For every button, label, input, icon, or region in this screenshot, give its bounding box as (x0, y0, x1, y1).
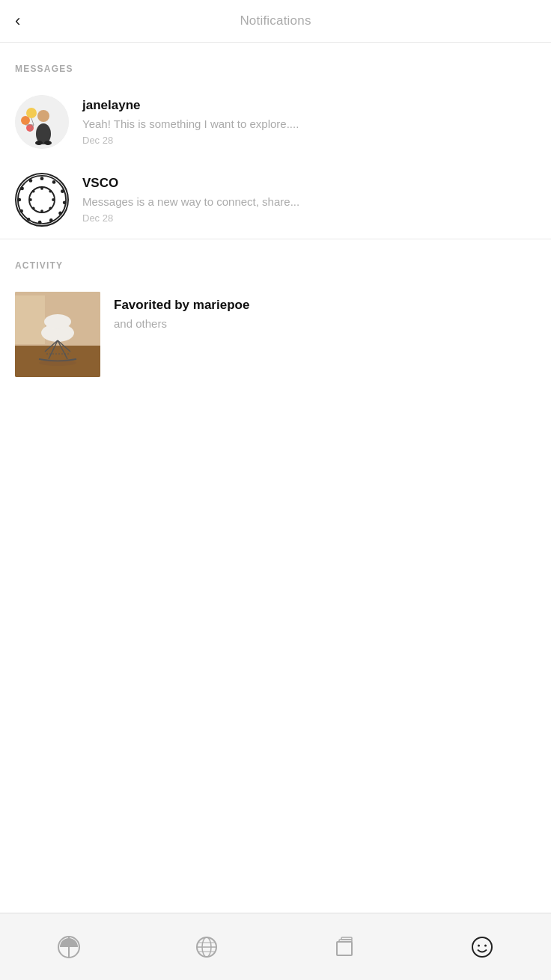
activity-thumbnail (15, 292, 100, 377)
svg-point-25 (40, 187, 43, 190)
message-name-janelayne: janelayne (82, 98, 536, 113)
nav-item-profile[interactable] (460, 925, 505, 970)
message-content-janelayne: janelayne Yeah! This is something I want… (82, 95, 536, 146)
svg-point-32 (32, 190, 35, 193)
svg-point-15 (63, 200, 67, 204)
svg-point-29 (40, 209, 43, 212)
nav-item-filter[interactable] (46, 925, 91, 970)
svg-point-31 (29, 198, 32, 201)
svg-point-17 (49, 218, 53, 222)
nav-item-discover[interactable] (184, 925, 229, 970)
svg-point-16 (58, 212, 62, 215)
avatar-janelayne (15, 95, 69, 149)
vsco-avatar-image (16, 173, 67, 227)
message-content-vsco: VSCO Messages is a new way to connect, s… (82, 173, 536, 224)
svg-point-22 (20, 187, 24, 191)
filter-icon (57, 935, 81, 959)
nav-item-collections[interactable] (322, 925, 367, 970)
svg-point-9 (35, 141, 43, 145)
activity-content: Favorited by mariepoe and others (114, 292, 536, 330)
svg-point-12 (40, 177, 44, 180)
main-content: MESSAGES janelayne (0, 43, 551, 980)
svg-point-5 (26, 124, 34, 132)
svg-point-56 (478, 944, 480, 946)
svg-rect-52 (337, 942, 352, 955)
svg-point-2 (37, 110, 49, 122)
janelayne-avatar-image (15, 95, 69, 149)
svg-point-18 (38, 221, 42, 224)
svg-point-20 (19, 209, 23, 213)
header: ‹ Notifications (0, 0, 551, 43)
svg-point-19 (27, 218, 31, 221)
message-preview-janelayne: Yeah! This is something I want to explor… (82, 116, 536, 132)
activity-title: Favorited by mariepoe (114, 298, 536, 313)
page-title: Notifications (240, 13, 311, 28)
svg-point-11 (18, 176, 66, 224)
svg-point-57 (484, 944, 487, 946)
discover-icon (195, 935, 219, 959)
svg-point-27 (52, 198, 55, 201)
svg-point-4 (21, 116, 30, 125)
svg-point-55 (472, 937, 492, 957)
svg-rect-54 (341, 937, 352, 940)
svg-point-21 (17, 198, 21, 202)
message-date-vsco: Dec 28 (82, 212, 536, 224)
svg-rect-36 (15, 295, 45, 344)
svg-point-38 (44, 314, 71, 329)
activity-subtitle: and others (114, 317, 536, 330)
activity-item-1[interactable]: Favorited by mariepoe and others (0, 280, 551, 389)
svg-point-23 (29, 179, 33, 183)
back-button[interactable]: ‹ (15, 13, 20, 29)
svg-point-10 (44, 141, 52, 145)
bottom-navigation (0, 913, 551, 980)
svg-point-14 (61, 189, 64, 193)
activity-section-header: ACTIVITY (0, 239, 551, 280)
profile-icon (470, 935, 494, 959)
messages-section-header: MESSAGES (0, 43, 551, 83)
chair-image (15, 292, 100, 377)
collections-icon (332, 935, 356, 959)
svg-point-44 (39, 360, 76, 366)
svg-point-28 (49, 206, 52, 209)
message-preview-vsco: Messages is a new way to connect, share.… (82, 194, 536, 209)
message-item-janelayne[interactable]: janelayne Yeah! This is something I want… (0, 83, 551, 161)
svg-point-13 (52, 180, 56, 184)
message-item-vsco[interactable]: VSCO Messages is a new way to connect, s… (0, 161, 551, 239)
message-date-janelayne: Dec 28 (82, 135, 536, 146)
svg-point-26 (49, 190, 52, 193)
message-name-vsco: VSCO (82, 176, 536, 191)
svg-point-30 (32, 206, 35, 209)
avatar-vsco (15, 173, 69, 227)
